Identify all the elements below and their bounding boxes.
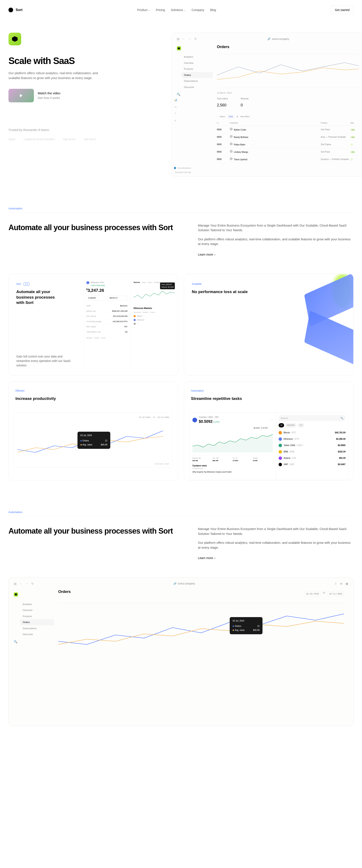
table-row[interactable]: 8690Lindsey MangoSort PassPai	[217, 148, 359, 156]
coin-row[interactable]: XRP/ XRP$0.5497	[278, 461, 345, 468]
search-input[interactable]: Search 🔍	[278, 415, 345, 421]
logo-mark	[8, 8, 13, 12]
filter-bar: ◦ Status Paid ⊕ More filters	[217, 113, 359, 120]
ios-link[interactable]: Download iOS App	[174, 170, 191, 175]
sidebar-analytics[interactable]: Analytics	[182, 54, 213, 60]
nav-blog[interactable]: Blog	[210, 8, 216, 12]
docs-link[interactable]: 📘Documentations	[174, 166, 191, 170]
forward-icon[interactable]: →	[25, 582, 28, 586]
search-icon[interactable]: 🔍	[14, 640, 18, 643]
forward-icon[interactable]: →	[189, 37, 191, 41]
sidebar-overview[interactable]: Overview	[182, 60, 213, 66]
sidebar-subscriptions[interactable]: Subscriptions	[182, 78, 213, 84]
coin-row[interactable]: Ethereum/ ETH$2,468.40	[278, 436, 345, 442]
table-row[interactable]: 8690Randy BoltmanAray — Personal Templat…	[217, 133, 359, 141]
share-icon[interactable]: ⇪	[334, 582, 337, 586]
url-bar[interactable]: 🔗sortui.company	[173, 582, 195, 586]
coin-row[interactable]: Solana/ SOL$92.28	[278, 455, 345, 461]
website-link[interactable]: Website	[86, 337, 93, 339]
coin-row[interactable]: Bitcoin/ BTC$45,762.09	[278, 430, 345, 436]
sidebar-analytics[interactable]: Analytics	[20, 601, 54, 607]
card-sort: Sort 1.1 Automate all your business proc…	[8, 274, 178, 375]
search-icon[interactable]: 🔍	[177, 93, 180, 96]
back-icon[interactable]: ←	[20, 582, 23, 586]
stat-label-orders: Total orders	[217, 97, 228, 100]
table-body: 8690Adrian CurtisSort PassPai8690Randy B…	[217, 126, 359, 163]
nav-product[interactable]: Product⌄	[137, 8, 150, 12]
sidebar-toggle-icon[interactable]: ▤	[14, 582, 17, 586]
brand-name: Sort	[16, 7, 23, 12]
sidebar-discounts[interactable]: Discounts	[20, 631, 54, 638]
date-from[interactable]: 10 / 10 / 2024	[304, 591, 321, 596]
filter-status[interactable]: Status	[220, 115, 225, 118]
coin-row[interactable]: BNB/ BNB$320.39	[278, 448, 345, 455]
feature-cards: Sort 1.1 Automate all your business proc…	[0, 274, 362, 480]
hero-subtitle: Our platform offers robust analytics, re…	[8, 71, 102, 80]
sidebar-products[interactable]: Products	[182, 66, 213, 72]
section-para-1: Manage Your Entire Business Ecosystem fr…	[198, 223, 354, 233]
more-icon[interactable]: ⋯	[270, 418, 273, 422]
sidebar-orders[interactable]: Orders	[20, 619, 54, 625]
sidebar-toggle-icon[interactable]: ▤	[177, 37, 179, 41]
news-item[interactable]: Why Experts Tip Ethereum Classic and Pus…	[192, 471, 273, 474]
date-to[interactable]: 19 / 11 / 2024	[327, 591, 344, 596]
play-icon	[20, 94, 23, 97]
reload-icon[interactable]: ↻	[194, 37, 197, 41]
table-row[interactable]: 8690Tiana LipshutzDynamo — Portfolio Tem…	[217, 156, 359, 163]
mock-title: Orders	[58, 589, 71, 595]
sidebar-orders[interactable]: Orders	[182, 72, 213, 78]
table-row[interactable]: 8690Paityn BatorSort Figma	[217, 141, 359, 148]
watch-title: Watch the video	[38, 91, 60, 96]
table-row[interactable]: 8690Adrian CurtisSort PassPai	[217, 126, 359, 133]
filter-paid[interactable]: Paid	[227, 115, 234, 119]
mock-app-icon	[177, 46, 181, 51]
gear-icon[interactable]: ⚙	[174, 117, 177, 124]
tabs-icon[interactable]: ▣	[345, 582, 348, 586]
markets-title: Ethereum Markets	[134, 307, 175, 310]
card-version: 1.1	[24, 282, 29, 286]
price-tooltip: Price, $20191 Volume, $11298	[160, 282, 175, 289]
url-bar[interactable]: 🔗sortui.company	[267, 37, 289, 41]
sidebar-products[interactable]: Products	[20, 613, 54, 619]
nav-solutions[interactable]: Solutions⌄	[171, 8, 186, 12]
sidebar-subscriptions[interactable]: Subscriptions	[20, 625, 54, 631]
clock-icon[interactable]: ⏱	[174, 110, 177, 117]
chart-tooltip: 03 Jul, 2024 Orders12 Avg. value$45.08	[230, 617, 263, 634]
filter-more[interactable]: More filters	[240, 115, 250, 118]
reload-icon[interactable]: ↻	[31, 582, 34, 586]
watch-video[interactable]: Watch the video See how it works	[8, 89, 163, 102]
section-eyebrow: Automation	[8, 510, 354, 514]
tab-more[interactable]: +87	[298, 423, 304, 428]
header: Sort Product⌄ Pricing Solutions⌄ Company…	[0, 0, 362, 20]
sidebar-overview[interactable]: Overview	[20, 607, 54, 613]
card-tag: Automation	[191, 389, 204, 393]
eth-icon	[86, 281, 89, 284]
hero-section: Scale with SaaS Our platform offers robu…	[0, 33, 362, 177]
table-header: # ↓ Customer Product Stat	[217, 120, 359, 126]
back-icon[interactable]: ←	[183, 37, 186, 41]
learn-more-link[interactable]: Learn more›	[198, 556, 215, 560]
main-nav: Product⌄ Pricing Solutions⌄ Company Blog	[137, 8, 216, 12]
chart-icon[interactable]: 📊	[174, 96, 177, 103]
forum-link[interactable]: Forum	[101, 337, 106, 339]
cart-icon[interactable]: 🛍	[174, 103, 177, 111]
partner-logo-2: Logoipsum Brand Standard	[24, 137, 55, 141]
sidebar-discounts[interactable]: Discounts	[182, 84, 213, 90]
twitter-link[interactable]: Twitter	[94, 337, 99, 339]
get-started-button[interactable]: Get started	[331, 6, 354, 14]
nav-pricing[interactable]: Pricing	[156, 8, 165, 12]
coin-row[interactable]: Tether USDt/ USDT$0.9995	[278, 442, 345, 448]
tab-all[interactable]: All	[278, 423, 284, 428]
card-title: No performance loss at scale	[192, 289, 346, 294]
chevron-down-icon: ⌄	[184, 8, 186, 12]
tab-watchlist[interactable]: Watchlist	[285, 423, 296, 428]
learn-more-link[interactable]: Learn more›	[198, 252, 215, 257]
section-title: Automate all your business processes wit…	[8, 223, 181, 232]
section-para-2: Our platform offers robust analytics, re…	[198, 237, 354, 246]
stat-value-refunds: 0	[241, 102, 249, 108]
nav-company[interactable]: Company	[192, 8, 204, 12]
add-icon[interactable]: ⊕	[340, 582, 342, 586]
brand-logo[interactable]: Sort	[8, 7, 23, 12]
crypto-panel: Cardano / ADA · 24H $0.5092 6.21% ⋯ $0.5…	[189, 412, 348, 480]
card-tag: Sort	[16, 282, 21, 286]
